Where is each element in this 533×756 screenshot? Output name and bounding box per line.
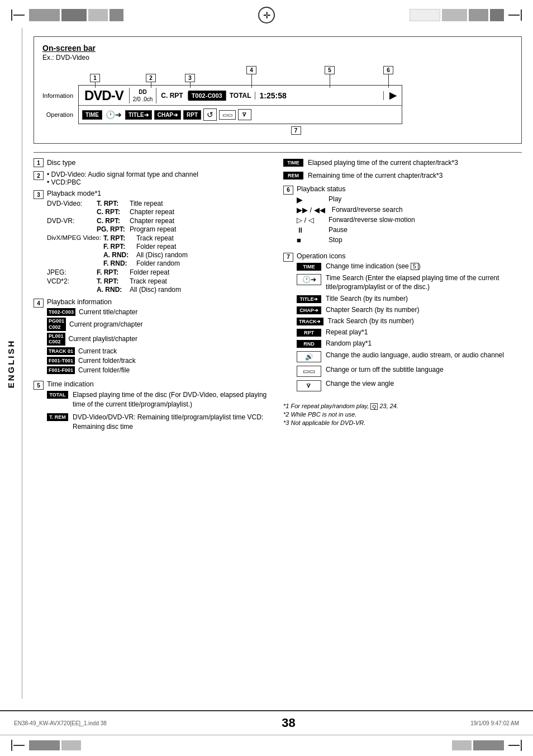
desc-jpeg-frpt: Folder repeat [130, 268, 169, 276]
mode-entry-frpt: F. RPT: Folder repeat [103, 243, 188, 251]
ps-pause: ⏸ Pause [297, 226, 415, 234]
code-trpt: T. RPT: [97, 200, 127, 207]
desc-time-badge: Elapsed playing time of the current chap… [308, 158, 458, 168]
mode-vcd-entries: T. RPT: Track repeat A. RND: All (Disc) … [97, 277, 181, 294]
desc-total: Elapsed playing time of the disc (For DV… [73, 390, 272, 409]
op-repeat-icon: ↺ [203, 108, 217, 121]
two-column-area: 1 Disc type 2 • DVD-Video: Audio signal … [34, 158, 522, 436]
footnotes: *1 For repeat play/random play, Q 23, 24… [283, 403, 522, 426]
desc-ffr: Forward/reverse search [332, 206, 403, 214]
section-6: 6 Playback status ▶ Play ▶▶ / ◀◀ Forward… [283, 185, 522, 248]
op-row-label: Operation [42, 106, 75, 124]
footnote-3: *3 Not applicable for DVD-VR. [283, 419, 522, 426]
oi-audio: 🔊 Change the audio language, audio strea… [297, 351, 522, 362]
num-label-7: 7 [291, 126, 301, 135]
bot-block-r1 [452, 740, 472, 750]
oi-desc-clockarrow: Time Search (Enter the elapsed playing t… [326, 273, 522, 292]
info-row: DVD-V DD 2/0 .0ch C. RPT T002-C003 TOTAL… [79, 86, 402, 106]
desc-trpt: Title repeat [130, 200, 163, 207]
top-block-4 [110, 9, 123, 21]
pi-f001t001: F001-T001 Current folder/track [47, 357, 142, 365]
dd-line1: DD [133, 88, 153, 96]
code-jpeg-frpt: F. RPT: [97, 268, 127, 276]
code-pgrpt: PG. RPT: [97, 225, 127, 233]
desc-f001f001: Current folder/file [78, 366, 130, 374]
mode-vcd-label: VCD*2: [47, 277, 94, 294]
oi-desc-rpt: Repeat play*1 [326, 328, 368, 336]
mode-dvd-video-entries: T. RPT: Title repeat C. RPT: Chapter rep… [97, 200, 174, 216]
play-symbol: ▶ [384, 90, 402, 101]
bot-block-1 [29, 740, 60, 750]
pi-f001f001: F001-F001 Current folder/file [47, 366, 142, 374]
sym-play: ▶ [297, 195, 322, 204]
oi-track: TRACK➔ Track Search (by its number) [297, 317, 522, 325]
mode-entry-crpt: C. RPT: Chapter repeat [97, 208, 174, 216]
code-frnd: F. RND: [103, 259, 134, 267]
badge-pg001: PG001C002 [47, 318, 66, 331]
desc-crpt: Chapter repeat [130, 208, 174, 216]
mode-entry-pgrpt: PG. RPT: Program repeat [97, 225, 176, 233]
mode-entry-jpeg-frpt: F. RPT: Folder repeat [97, 268, 169, 276]
pi-pg001: PG001C002 Current program/chapter [47, 318, 142, 331]
badge-f001t001: F001-T001 [47, 357, 75, 365]
op-subtitle-icon: ▭▭ [219, 110, 236, 120]
badge-total: TOTAL [47, 391, 68, 399]
mode-entry-vcd-trpt: T. RPT: Track repeat [97, 277, 181, 285]
code-divx-trpt: T. RPT: [103, 234, 134, 242]
mode-entry-arnd: A. RND: All (Disc) random [103, 251, 188, 259]
content-divider [34, 152, 522, 153]
time-block: 1:25:58 [255, 91, 384, 100]
section-2-content: • DVD-Video: Audio signal format type an… [47, 171, 198, 186]
code-arnd: A. RND: [103, 251, 134, 259]
arrow-line-1 [95, 82, 96, 88]
mode-divx-entries: T. RPT: Track repeat F. RPT: Folder repe… [103, 234, 188, 267]
onscreen-bar-box: On-screen bar Ex.: DVD-Video 1 2 3 [34, 36, 522, 144]
dd-line2: 2/0 .0ch [133, 96, 153, 103]
bot-corner-right-v [521, 740, 522, 751]
corner-right-v [521, 10, 522, 21]
sym-stop: ■ [297, 236, 322, 244]
section-5-content: Time indication TOTAL Elapsed playing ti… [47, 380, 272, 431]
bot-corner-left-v [11, 740, 12, 751]
desc-track01: Current track [78, 347, 117, 355]
oi-badge-angle: ⛛ [297, 380, 321, 391]
arrow-line-3 [190, 82, 191, 88]
oi-subtitle: ▭▭ Change or turn off the subtitle langu… [297, 365, 522, 377]
oi-desc-audio: Change the audio language, audio stream,… [326, 351, 504, 360]
badge-pl001: PL001C002 [47, 333, 65, 346]
mode-dvd-vr-entries: C. RPT: Chapter repeat PG. RPT: Program … [97, 217, 176, 233]
arrow-line-6 [388, 74, 389, 88]
onscreen-bar-title: On-screen bar [42, 44, 513, 53]
top-block-r1 [410, 9, 440, 21]
ps-play: ▶ Play [297, 195, 415, 204]
op-chap-badge: CHAP➔ [154, 110, 181, 120]
corner-right-h [508, 15, 520, 16]
section-4-label: Playback information [47, 298, 142, 306]
top-block-r4 [490, 9, 504, 21]
bottom-date: 19/1/09 9:47:02 AM [470, 720, 519, 726]
display-box: DVD-V DD 2/0 .0ch C. RPT T002-C003 TOTAL… [78, 85, 402, 124]
oi-badge-chap: CHAP➔ [297, 306, 321, 314]
section-7-content: Operation icons TIME Change time indicat… [297, 252, 522, 395]
desc-divx-trpt: Track repeat [136, 234, 174, 242]
language-label: ENGLISH [6, 339, 16, 388]
crpt-block: C. RPT [156, 92, 188, 100]
op-row: TIME 🕐➔ TITLE➔ CHAP➔ RPT ↺ ▭▭ ⛛ [79, 106, 402, 124]
oi-chap: CHAP➔ Chapter Search (by its number) [297, 306, 522, 314]
oi-desc-chap: Chapter Search (by its number) [326, 306, 419, 314]
compass-icon: ✛ [258, 7, 275, 23]
oi-badge-rpt: RPT [297, 329, 321, 337]
row-labels-col: Information Operation [42, 85, 75, 124]
right-column: TIME Elapsed playing time of the current… [283, 158, 522, 436]
section-num-4: 4 [34, 299, 44, 308]
mode-entry-divx-trpt: T. RPT: Track repeat [103, 234, 188, 242]
section-6-content: Playback status ▶ Play ▶▶ / ◀◀ Forward/r… [297, 185, 415, 248]
desc-pl001: Current playlist/chapter [69, 335, 137, 343]
op-angle-icon: ⛛ [238, 109, 251, 120]
bottom-bar: EN38-49_KW-AVX720[EE]_1.indd 38 38 19/1/… [0, 710, 533, 735]
top-block-r3 [469, 9, 488, 21]
mode-entry-vr-crpt: C. RPT: Chapter repeat [97, 217, 176, 225]
section-num-5: 5 [34, 381, 44, 390]
section-num-2: 2 [34, 171, 44, 180]
oi-badge-audio: 🔊 [297, 351, 321, 362]
